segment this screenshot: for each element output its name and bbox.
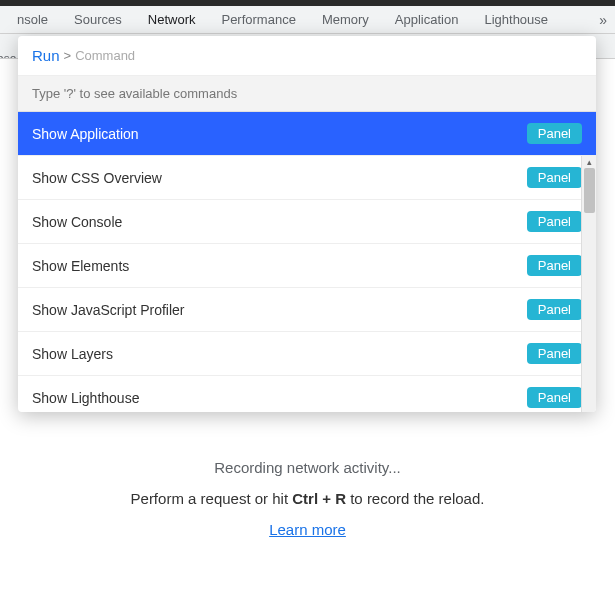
command-item[interactable]: Show ConsolePanel bbox=[18, 200, 596, 244]
command-item-label: Show CSS Overview bbox=[32, 170, 162, 186]
scrollbar[interactable]: ▴ ▾ bbox=[581, 156, 596, 412]
command-item[interactable]: Show ElementsPanel bbox=[18, 244, 596, 288]
recording-message: Recording network activity... Perform a … bbox=[0, 459, 615, 538]
tab-memory[interactable]: Memory bbox=[309, 6, 382, 34]
tab-network[interactable]: Network bbox=[135, 6, 209, 34]
panel-badge: Panel bbox=[527, 167, 582, 188]
command-input[interactable]: Command bbox=[75, 48, 135, 63]
devtools-tabs: nsoleSourcesNetworkPerformanceMemoryAppl… bbox=[0, 6, 615, 34]
command-item[interactable]: Show CSS OverviewPanel bbox=[18, 156, 596, 200]
panel-badge: Panel bbox=[527, 343, 582, 364]
command-item[interactable]: Show LayersPanel bbox=[18, 332, 596, 376]
tab-application[interactable]: Application bbox=[382, 6, 472, 34]
scroll-up-icon[interactable]: ▴ bbox=[582, 156, 596, 168]
command-item-label: Show Elements bbox=[32, 258, 129, 274]
run-label: Run bbox=[32, 47, 60, 64]
recording-line2: Perform a request or hit Ctrl + R to rec… bbox=[0, 490, 615, 507]
command-item-label: Show Layers bbox=[32, 346, 113, 362]
recording-line1: Recording network activity... bbox=[0, 459, 615, 476]
panel-badge: Panel bbox=[527, 387, 582, 408]
tabs-overflow-icon[interactable]: » bbox=[591, 12, 615, 28]
recording-line2-suffix: to record the reload. bbox=[346, 490, 484, 507]
command-item[interactable]: Show JavaScript ProfilerPanel bbox=[18, 288, 596, 332]
tab-sources[interactable]: Sources bbox=[61, 6, 135, 34]
command-item[interactable]: Show LighthousePanel bbox=[18, 376, 596, 412]
recording-line2-prefix: Perform a request or hit bbox=[131, 490, 293, 507]
panel-badge: Panel bbox=[527, 211, 582, 232]
palette-header[interactable]: Run > Command bbox=[18, 36, 596, 75]
scrollbar-thumb[interactable] bbox=[584, 168, 595, 213]
palette-hint: Type '?' to see available commands bbox=[18, 75, 596, 112]
learn-more-link[interactable]: Learn more bbox=[269, 521, 346, 538]
tab-lighthouse[interactable]: Lighthouse bbox=[471, 6, 561, 34]
panel-badge: Panel bbox=[527, 299, 582, 320]
command-item-label: Show Lighthouse bbox=[32, 390, 139, 406]
command-list: Show ApplicationPanelShow CSS OverviewPa… bbox=[18, 112, 596, 412]
command-palette: Run > Command Type '?' to see available … bbox=[18, 36, 596, 412]
command-item[interactable]: Show ApplicationPanel bbox=[18, 112, 596, 156]
panel-badge: Panel bbox=[527, 255, 582, 276]
tab-performance[interactable]: Performance bbox=[208, 6, 308, 34]
command-item-label: Show Application bbox=[32, 126, 139, 142]
command-item-label: Show Console bbox=[32, 214, 122, 230]
command-item-label: Show JavaScript Profiler bbox=[32, 302, 185, 318]
recording-shortcut: Ctrl + R bbox=[292, 490, 346, 507]
chevron-icon: > bbox=[64, 48, 72, 63]
panel-badge: Panel bbox=[527, 123, 582, 144]
tab-nsole[interactable]: nsole bbox=[4, 6, 61, 34]
